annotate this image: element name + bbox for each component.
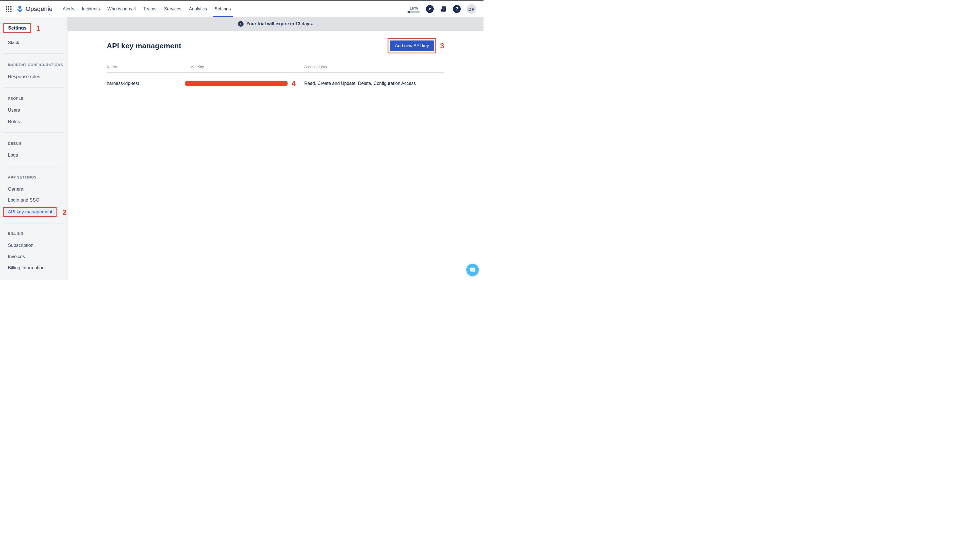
annotation-number-2: 2 bbox=[63, 209, 67, 216]
nav-who-is-on-call[interactable]: Who is on-call bbox=[107, 1, 135, 17]
api-key-table-header: Name Api Key Access rights bbox=[107, 65, 444, 73]
sidebar-item-logs[interactable]: Logs bbox=[8, 152, 18, 158]
annotation-api-key-management: API key management 2 bbox=[3, 206, 67, 218]
annotation-number-4: 4 bbox=[292, 80, 295, 87]
sidebar-item-response-roles[interactable]: Response roles bbox=[8, 74, 40, 79]
nav-teams[interactable]: Teams bbox=[143, 1, 157, 17]
compass-icon[interactable] bbox=[426, 5, 434, 13]
api-key-table: Name Api Key Access rights harness-idp-t… bbox=[107, 65, 444, 87]
header-right: 16% ? DP bbox=[408, 4, 476, 14]
table-row: harness-idp-test 4 Read, Create and Upda… bbox=[107, 73, 444, 87]
sidebar-item-api-key-management-highlight: API key management bbox=[3, 206, 59, 218]
add-api-key-annotation-box: Add new API key bbox=[388, 38, 436, 53]
sidebar-divider bbox=[4, 168, 63, 168]
sidebar-item-settings[interactable]: Settings bbox=[3, 23, 31, 33]
opsgenie-logo[interactable]: Opsgenie bbox=[16, 5, 53, 13]
sidebar-section-debug: DEBUG bbox=[8, 142, 22, 146]
sidebar-item-roles[interactable]: Roles bbox=[8, 119, 20, 124]
sidebar-section-app-settings: APP SETTINGS bbox=[8, 175, 36, 180]
sidebar-item-login-and-sso[interactable]: Login and SSO bbox=[8, 198, 40, 203]
trial-banner: i Your trial will expire in 13 days. bbox=[68, 17, 484, 31]
add-new-api-key-button[interactable]: Add new API key bbox=[390, 41, 434, 51]
sidebar-divider bbox=[4, 223, 63, 224]
sidebar-section-people: PEOPLE bbox=[8, 97, 24, 100]
info-icon: i bbox=[238, 21, 244, 27]
app-header: Opsgenie Alerts Incidents Who is on-call… bbox=[0, 1, 484, 17]
sidebar-item-slack[interactable]: Slack bbox=[8, 40, 19, 45]
sidebar-divider bbox=[4, 87, 63, 88]
opsgenie-person-icon bbox=[16, 5, 24, 13]
chat-bubble-icon bbox=[469, 267, 476, 273]
nav-settings[interactable]: Settings bbox=[215, 1, 231, 17]
settings-sidebar: Settings 1 Slack INCIDENT CONFIGURATIONS… bbox=[0, 17, 68, 280]
trial-banner-text: Your trial will expire in 13 days. bbox=[246, 21, 313, 26]
nav-alerts[interactable]: Alerts bbox=[63, 1, 74, 17]
release-notes-icon[interactable] bbox=[440, 5, 447, 13]
annotation-add-api-key: Add new API key 3 bbox=[388, 38, 444, 53]
user-avatar[interactable]: DP bbox=[467, 4, 476, 14]
app-switcher-icon[interactable] bbox=[6, 6, 12, 12]
nav-analytics[interactable]: Analytics bbox=[189, 1, 207, 17]
sidebar-item-api-key-management[interactable]: API key management bbox=[3, 207, 56, 217]
column-header-name: Name bbox=[107, 65, 191, 69]
help-icon[interactable]: ? bbox=[453, 5, 461, 13]
api-key-access-rights: Read, Create and Update, Delete, Configu… bbox=[304, 81, 444, 86]
page-title: API key management bbox=[107, 41, 182, 50]
column-header-access-rights: Access rights bbox=[304, 65, 444, 69]
primary-nav: Alerts Incidents Who is on-call Teams Se… bbox=[63, 1, 231, 17]
column-header-api-key: Api Key bbox=[191, 65, 304, 69]
trial-percent-label: 16% bbox=[409, 6, 418, 10]
api-key-redaction-bar bbox=[185, 81, 288, 86]
sidebar-section-billing: BILLING bbox=[8, 232, 24, 236]
nav-services[interactable]: Services bbox=[164, 1, 181, 17]
sidebar-item-invoices[interactable]: Invoices bbox=[8, 254, 25, 259]
sidebar-divider bbox=[4, 53, 63, 54]
sidebar-item-general[interactable]: General bbox=[8, 186, 25, 192]
sidebar-item-subscription[interactable]: Subscription bbox=[8, 243, 33, 248]
chat-launcher-button[interactable] bbox=[466, 264, 479, 276]
sidebar-item-users[interactable]: Users bbox=[8, 107, 20, 113]
sidebar-section-incident-configurations: INCIDENT CONFIGURATIONS bbox=[8, 63, 63, 67]
annotation-number-3: 3 bbox=[440, 42, 444, 49]
trial-progress-bar bbox=[408, 11, 420, 13]
annotation-settings: Settings 1 bbox=[3, 23, 41, 33]
main-content: i Your trial will expire in 13 days. API… bbox=[68, 17, 484, 280]
sidebar-item-billing-information[interactable]: Billing information bbox=[8, 265, 45, 270]
api-key-name: harness-idp-test bbox=[107, 81, 191, 86]
nav-incidents[interactable]: Incidents bbox=[82, 1, 100, 17]
trial-progress-meter[interactable]: 16% bbox=[408, 6, 420, 13]
sidebar-divider bbox=[4, 132, 63, 133]
annotation-number-1: 1 bbox=[36, 25, 40, 32]
product-name: Opsgenie bbox=[26, 5, 53, 13]
